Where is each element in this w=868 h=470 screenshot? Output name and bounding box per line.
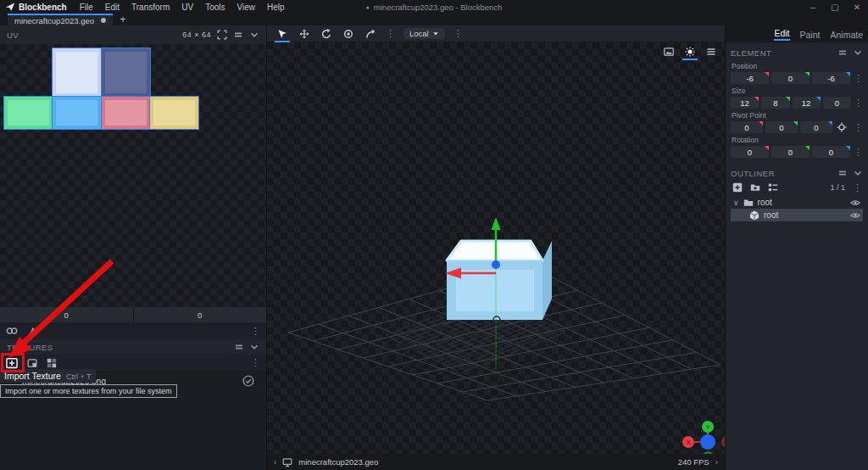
tab-animate[interactable]: Animate (830, 30, 863, 41)
status-prev-icon[interactable]: ‹ (274, 457, 276, 467)
status-next-icon[interactable]: › (715, 457, 718, 467)
pivot-z-field[interactable]: 0 (800, 121, 832, 133)
pivot-tool-button[interactable] (342, 27, 355, 41)
uv-link-icon[interactable] (6, 325, 18, 337)
viewport-3d[interactable]: ⋮ Local ⋮ (267, 25, 725, 454)
uv-mirror-icon[interactable] (28, 326, 38, 336)
size-y-field[interactable]: 8 (761, 97, 789, 109)
axis-ball-z[interactable] (700, 434, 715, 450)
uv-face-south[interactable] (150, 97, 198, 129)
uv-panel-menu-icon[interactable] (233, 30, 243, 40)
rotation-y-field[interactable]: 0 (771, 146, 810, 158)
pivot-tool-icon (343, 29, 353, 39)
toggle-list-button[interactable] (768, 182, 778, 193)
pivot-menu-dots[interactable]: ⋮ (854, 123, 863, 132)
tab-edit[interactable]: Edit (774, 28, 789, 41)
uv-tools-menu-dots[interactable]: ⋮ (251, 327, 260, 336)
maximize-button[interactable]: ▢ (824, 3, 846, 12)
textures-collapse-icon[interactable] (249, 342, 259, 352)
app-logo[interactable]: Blockbench (0, 2, 74, 12)
uv-face-east[interactable] (102, 97, 150, 129)
size-inflate-field[interactable]: 0 (823, 97, 851, 109)
size-z-field[interactable]: 12 (793, 97, 821, 109)
element-title: ELEMENT (731, 48, 771, 58)
scene-3d[interactable]: Y X (267, 42, 725, 454)
uv-face-west[interactable] (4, 97, 53, 129)
uv-face-north[interactable] (53, 97, 101, 129)
menu-tools[interactable]: Tools (199, 3, 231, 12)
outliner-menu-dots[interactable]: ⋮ (853, 183, 862, 193)
uv-slider-x[interactable]: 0 (0, 307, 133, 322)
pivot-y-field[interactable]: 0 (765, 121, 798, 133)
uv-editor-canvas[interactable] (0, 44, 266, 307)
main-toolbar: ⋮ Local ⋮ (267, 25, 725, 42)
minimize-button[interactable]: – (802, 3, 824, 12)
new-tab-button[interactable]: + (113, 14, 133, 25)
textures-toolbar-menu-dots[interactable]: ⋮ (251, 358, 260, 367)
outliner-group-row[interactable]: ∨ root (731, 196, 863, 209)
group-expand-chevron[interactable]: ∨ (733, 199, 739, 207)
create-texture-button[interactable] (27, 358, 37, 368)
uv-fullscreen-icon[interactable] (217, 30, 227, 40)
position-y-field[interactable]: 0 (771, 72, 810, 84)
uv-face-down[interactable] (102, 48, 150, 97)
toolbar-menu-dots[interactable]: ⋮ (386, 29, 395, 38)
menu-transform[interactable]: Transform (125, 3, 175, 12)
left-panel: UV 64 × 64 0 0 ⋮ TEXTURES (0, 25, 267, 470)
group-visibility-icon[interactable] (850, 198, 860, 208)
position-z-field[interactable]: -6 (812, 72, 850, 84)
import-texture-button[interactable] (6, 357, 18, 369)
toolbar-menu-dots-2[interactable]: ⋮ (453, 29, 463, 38)
gizmo-y-arrowhead[interactable] (492, 217, 501, 230)
position-x-field[interactable]: -6 (731, 72, 769, 84)
viewport-canvas[interactable]: Y X (267, 42, 725, 454)
viewport-menu-button[interactable] (704, 45, 718, 59)
view-axis-gizmo[interactable]: Y X (682, 421, 725, 454)
pivot-x-field[interactable]: 0 (731, 121, 763, 133)
outliner-title: OUTLINER (731, 169, 775, 178)
outliner-collapse-icon[interactable] (853, 168, 863, 178)
add-group-button[interactable] (750, 182, 760, 193)
outliner-cube-row[interactable]: root (731, 209, 863, 221)
center-pivot-button[interactable] (835, 122, 849, 132)
size-x-field[interactable]: 12 (731, 97, 759, 109)
screenshot-icon (664, 47, 674, 57)
cube-side-face[interactable] (542, 241, 552, 320)
vertex-snap-tool-button[interactable] (364, 27, 377, 41)
rotation-label: Rotation (732, 136, 863, 144)
append-palette-button[interactable] (47, 358, 57, 368)
add-cube-button[interactable] (732, 182, 743, 193)
close-button[interactable]: ✕ (846, 3, 868, 12)
element-collapse-icon[interactable] (853, 48, 863, 58)
format-icon (282, 457, 292, 467)
rotation-menu-dots[interactable]: ⋮ (854, 148, 863, 157)
resize-tool-button[interactable] (298, 27, 311, 41)
element-menu-icon[interactable] (837, 48, 848, 58)
transform-space-dropdown[interactable]: Local (403, 28, 445, 39)
menu-view[interactable]: View (231, 3, 262, 12)
rotate-tool-button[interactable] (320, 27, 333, 41)
project-tab[interactable]: minecraftcup2023.geo (8, 14, 113, 25)
uv-slider-y[interactable]: 0 (134, 307, 267, 322)
uv-collapse-icon[interactable] (249, 30, 259, 40)
cube-visibility-icon[interactable] (850, 210, 860, 221)
textures-menu-icon[interactable] (234, 342, 244, 352)
shading-toggle-button[interactable] (683, 45, 697, 59)
gizmo-z-handle[interactable] (492, 260, 500, 269)
tab-paint[interactable]: Paint (800, 30, 821, 41)
rotation-x-field[interactable]: 0 (731, 146, 769, 158)
texture-enabled-icon[interactable] (242, 375, 254, 387)
group-name: root (758, 198, 772, 207)
cube-top-face[interactable] (447, 241, 542, 260)
move-tool-button[interactable] (275, 27, 289, 41)
menu-file[interactable]: File (74, 3, 99, 12)
menu-help[interactable]: Help (261, 3, 291, 12)
menu-uv[interactable]: UV (175, 3, 199, 12)
outliner-menu-icon[interactable] (837, 168, 848, 178)
position-menu-dots[interactable]: ⋮ (854, 74, 863, 83)
rotation-z-field[interactable]: 0 (812, 146, 850, 158)
size-menu-dots[interactable]: ⋮ (854, 98, 863, 108)
screenshot-button[interactable] (662, 45, 676, 59)
uv-face-up[interactable] (53, 48, 101, 97)
menu-edit[interactable]: Edit (99, 3, 125, 12)
